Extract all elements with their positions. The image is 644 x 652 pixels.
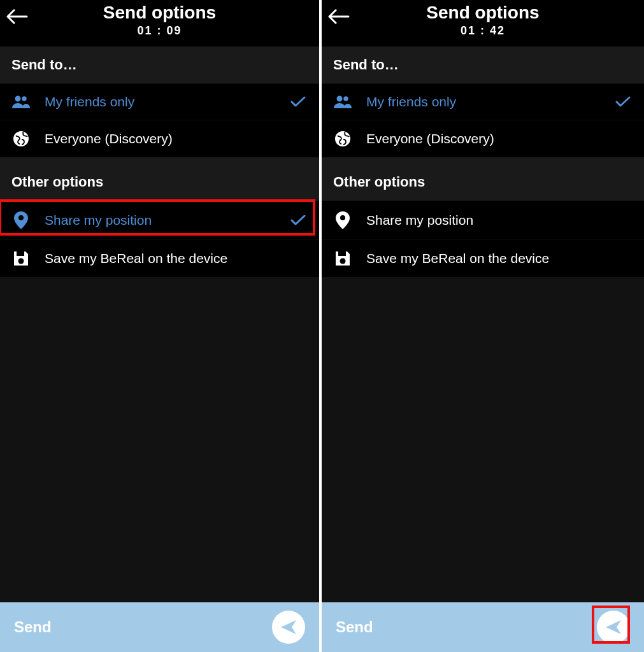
- globe-icon: [11, 131, 31, 147]
- arrow-left-icon: [328, 9, 359, 24]
- section-other-options: Other options: [0, 164, 319, 201]
- svg-point-11: [340, 259, 346, 264]
- send-label: Send: [14, 618, 264, 636]
- option-label: Save my BeReal on the device: [45, 251, 275, 266]
- page-title: Send options: [37, 3, 282, 23]
- option-label: Share my position: [45, 213, 275, 228]
- screenshot-left: Send options 01 : 09 Send to… My friends…: [0, 0, 322, 652]
- globe-icon: [333, 131, 352, 147]
- check-icon: [289, 96, 308, 108]
- people-icon: [333, 96, 352, 108]
- svg-point-5: [18, 259, 24, 264]
- svg-rect-10: [338, 252, 346, 256]
- option-everyone[interactable]: Everyone (Discovery): [0, 120, 319, 157]
- option-share-position[interactable]: Share my position: [322, 201, 644, 239]
- check-icon: [289, 215, 308, 226]
- header: Send options 01 : 09: [0, 0, 319, 46]
- option-my-friends[interactable]: My friends only: [0, 83, 319, 120]
- option-label: Everyone (Discovery): [45, 131, 275, 146]
- option-label: Everyone (Discovery): [366, 131, 599, 146]
- back-button[interactable]: [6, 3, 37, 24]
- option-my-friends[interactable]: My friends only: [322, 83, 644, 120]
- section-send-to: Send to…: [322, 46, 644, 83]
- svg-point-9: [340, 215, 345, 220]
- option-save-device[interactable]: Save my BeReal on the device: [0, 239, 319, 277]
- section-send-to: Send to…: [0, 46, 319, 83]
- option-everyone[interactable]: Everyone (Discovery): [322, 120, 644, 157]
- svg-point-3: [18, 215, 24, 220]
- save-icon: [11, 250, 31, 267]
- svg-point-7: [343, 96, 348, 101]
- option-label: My friends only: [45, 94, 275, 110]
- page-title: Send options: [359, 3, 607, 23]
- svg-point-8: [335, 131, 350, 146]
- save-icon: [333, 250, 352, 267]
- option-label: Share my position: [366, 213, 599, 228]
- svg-point-2: [13, 131, 29, 146]
- svg-point-0: [15, 96, 21, 102]
- send-bar[interactable]: Send: [322, 602, 644, 652]
- svg-point-1: [22, 96, 26, 101]
- countdown-timer: 01 : 09: [37, 24, 282, 38]
- option-label: Save my BeReal on the device: [366, 251, 599, 266]
- option-save-device[interactable]: Save my BeReal on the device: [322, 239, 644, 277]
- option-share-position[interactable]: Share my position: [0, 201, 319, 239]
- screenshot-right: Send options 01 : 42 Send to… My friends…: [322, 0, 644, 652]
- empty-area: [322, 277, 644, 602]
- location-pin-icon: [333, 211, 352, 229]
- people-icon: [11, 96, 31, 108]
- send-button[interactable]: [597, 611, 630, 644]
- check-icon: [613, 96, 633, 108]
- send-button[interactable]: [272, 611, 305, 644]
- option-label: My friends only: [366, 94, 599, 110]
- arrow-left-icon: [6, 9, 37, 24]
- send-icon: [279, 618, 298, 637]
- back-button[interactable]: [328, 3, 359, 24]
- empty-area: [0, 277, 319, 602]
- svg-rect-4: [17, 252, 24, 256]
- section-other-options: Other options: [322, 164, 644, 201]
- header: Send options 01 : 42: [322, 0, 644, 46]
- send-label: Send: [336, 618, 589, 636]
- countdown-timer: 01 : 42: [359, 24, 607, 38]
- svg-point-6: [337, 96, 343, 102]
- send-icon: [604, 618, 623, 637]
- send-bar[interactable]: Send: [0, 602, 319, 652]
- location-pin-icon: [11, 211, 31, 229]
